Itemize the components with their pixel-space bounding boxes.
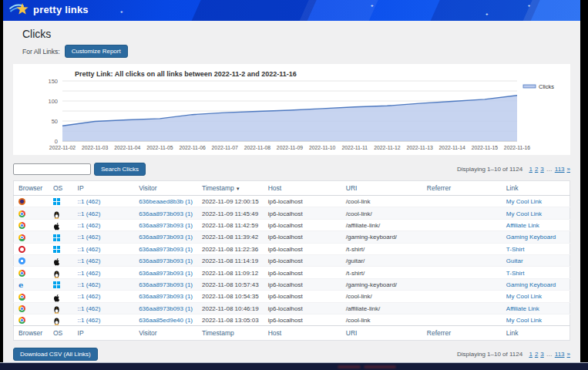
pretty-link-link[interactable]: Affiliate Link [506, 305, 539, 312]
table-row: ::1 (462)636aa85ed9e40 (1)2022-11-08 13:… [14, 314, 570, 325]
referrer-cell [422, 278, 502, 290]
column-header-os[interactable]: OS [49, 326, 73, 341]
column-header-host[interactable]: Host [264, 326, 341, 341]
ip-link[interactable]: ::1 (462) [78, 305, 101, 312]
customize-report-button[interactable]: Customize Report [65, 45, 128, 58]
download-csv-button[interactable]: Download CSV (All Links) [13, 348, 98, 361]
pretty-link-link[interactable]: My Cool Link [506, 210, 542, 217]
visitor-link[interactable]: 636aa8973b093 (1) [139, 246, 193, 253]
x-tick-label: 2022-11-14 [439, 145, 465, 150]
ip-link[interactable]: ::1 (462) [78, 210, 101, 217]
windows-os-icon [53, 234, 60, 241]
page-link-3[interactable]: 3 [540, 351, 543, 358]
column-header-uri[interactable]: URI [341, 326, 422, 341]
column-header-ip[interactable]: IP [73, 326, 135, 341]
visitor-link[interactable]: 636aa8973b093 (1) [139, 210, 193, 217]
visitor-cell: 636aa85ed9e40 (1) [134, 314, 197, 325]
report-filter-row: For All Links: Customize Report [22, 45, 570, 58]
pretty-link-link[interactable]: My Cool Link [506, 198, 542, 205]
search-input[interactable] [13, 163, 91, 175]
os-cell [49, 219, 73, 230]
column-header-visitor[interactable]: Visitor [134, 326, 197, 341]
search-clicks-button[interactable]: Search Clicks [94, 163, 146, 176]
table-header: BrowserOSIPVisitorTimestamp▼HostURIRefer… [14, 181, 570, 196]
legend-label: Clicks [539, 83, 554, 90]
visitor-link[interactable]: 636beaaed8b3b (1) [139, 198, 193, 205]
ip-link[interactable]: ::1 (462) [78, 246, 101, 253]
x-tick-label: 2022-11-15 [472, 145, 498, 150]
linux-os-icon [53, 317, 60, 324]
column-header-os[interactable]: OS [49, 181, 73, 196]
x-tick-label: 2022-11-09 [277, 145, 303, 150]
next-page-link[interactable]: » [567, 351, 570, 358]
ip-link[interactable]: ::1 (462) [78, 222, 101, 229]
visitor-link[interactable]: 636aa8973b093 (1) [139, 234, 193, 240]
column-header-uri[interactable]: URI [341, 181, 422, 196]
sort-desc-icon: ▼ [236, 187, 240, 191]
column-header-referrer[interactable]: Referrer [422, 326, 502, 341]
pretty-link-cell: Gaming Keyboard [502, 231, 570, 243]
host-cell: ip6-localhost [264, 231, 341, 243]
pretty-link-link[interactable]: Guitar [506, 257, 523, 264]
column-header-host[interactable]: Host [264, 181, 341, 196]
sparkle-icon: + [120, 9, 123, 14]
page-link-1[interactable]: 1 [529, 351, 532, 358]
uri-cell: /affiliate-link/ [341, 219, 422, 230]
pretty-link-link[interactable]: T-Shirt [506, 270, 525, 277]
host-cell: ip6-localhost [264, 243, 341, 254]
visitor-link[interactable]: 636aa85ed9e40 (1) [139, 317, 193, 324]
visitor-cell: 636aa8973b093 (1) [134, 278, 197, 290]
pretty-link-link[interactable]: Gaming Keyboard [506, 281, 556, 288]
ip-link[interactable]: ::1 (462) [78, 198, 101, 205]
ip-link[interactable]: ::1 (462) [78, 317, 101, 324]
page-link-last[interactable]: 113 [555, 351, 565, 358]
ip-link[interactable]: ::1 (462) [78, 293, 101, 300]
pretty-link-link[interactable]: Affiliate Link [506, 222, 539, 229]
column-header-browser[interactable]: Browser [14, 181, 49, 196]
column-header-ip[interactable]: IP [73, 181, 135, 196]
ip-link[interactable]: ::1 (462) [78, 257, 101, 264]
filter-label: For All Links: [22, 48, 60, 56]
column-header-timestamp[interactable]: Timestamp▼ [197, 181, 264, 196]
visitor-link[interactable]: 636aa8973b093 (1) [139, 305, 193, 312]
next-page-link[interactable]: » [567, 166, 570, 173]
visitor-link[interactable]: 636aa8973b093 (1) [139, 281, 193, 288]
timestamp-cell: 2022-11-08 11:42:59 [197, 219, 264, 230]
page-link-3[interactable]: 3 [540, 166, 543, 173]
ip-cell: ::1 (462) [73, 291, 135, 302]
x-tick-label: 2022-11-10 [309, 145, 335, 150]
page-link-2[interactable]: 2 [535, 351, 538, 358]
host-cell: ip6-localhost [264, 267, 341, 278]
x-tick-label: 2022-11-02 [49, 145, 76, 150]
pretty-link-link[interactable]: Gaming Keyboard [506, 234, 556, 240]
page-link-1[interactable]: 1 [529, 166, 532, 173]
ip-link[interactable]: ::1 (462) [78, 270, 101, 277]
column-header-referrer[interactable]: Referrer [422, 181, 502, 196]
browser-cell [14, 291, 49, 302]
pretty-link-link[interactable]: T-Shirt [506, 246, 525, 253]
ip-link[interactable]: ::1 (462) [78, 281, 101, 288]
column-header-visitor[interactable]: Visitor [134, 181, 197, 196]
ip-link[interactable]: ::1 (462) [78, 234, 101, 240]
page-link-last[interactable]: 113 [555, 166, 565, 173]
visitor-link[interactable]: 636aa8973b093 (1) [139, 222, 193, 229]
y-tick-label: 50 [52, 118, 58, 125]
column-header-link[interactable]: Link [502, 181, 570, 196]
visitor-link[interactable]: 636aa8973b093 (1) [139, 293, 193, 300]
referrer-cell [422, 207, 502, 219]
chrome-browser-icon [18, 294, 25, 301]
column-header-timestamp[interactable]: Timestamp [197, 326, 264, 341]
pretty-link-link[interactable]: My Cool Link [506, 293, 542, 300]
windows-os-icon [53, 281, 60, 288]
referrer-cell [422, 243, 502, 254]
pretty-link-link[interactable]: My Cool Link [506, 317, 542, 324]
browser-viewport: + + + + pretty links Clicks For All Link… [3, 0, 580, 370]
visitor-link[interactable]: 636aa8973b093 (1) [139, 270, 193, 277]
x-tick-label: 2022-11-06 [179, 145, 205, 150]
column-header-browser[interactable]: Browser [14, 326, 49, 341]
page-link-2[interactable]: 2 [535, 166, 538, 173]
x-tick-label: 2022-11-03 [82, 145, 108, 150]
visitor-link[interactable]: 636aa8973b093 (1) [139, 257, 193, 264]
column-header-link[interactable]: Link [502, 326, 570, 341]
host-cell: ip6-localhost [264, 278, 341, 290]
